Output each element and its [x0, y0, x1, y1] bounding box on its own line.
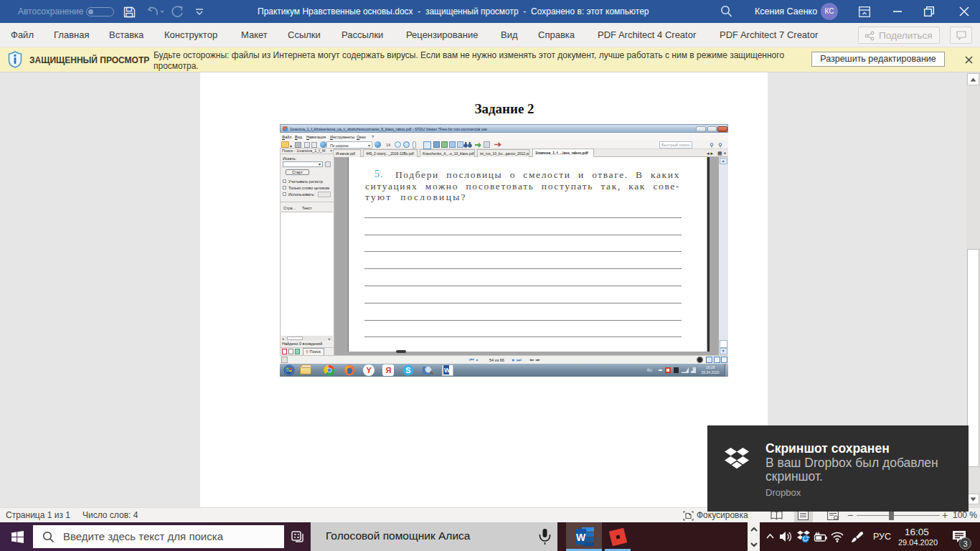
svg-text:S: S	[405, 366, 410, 375]
svg-text:W: W	[576, 532, 586, 543]
